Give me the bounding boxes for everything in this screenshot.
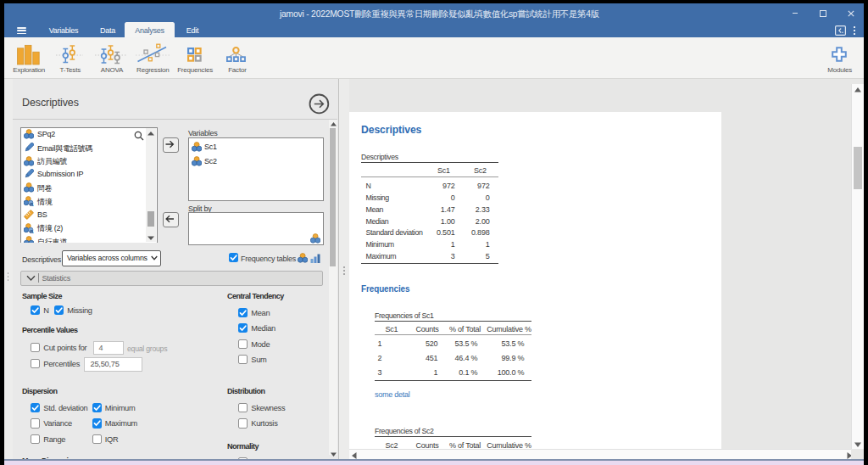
svg-text:a: a [30,227,34,232]
svg-text:a: a [30,200,34,206]
